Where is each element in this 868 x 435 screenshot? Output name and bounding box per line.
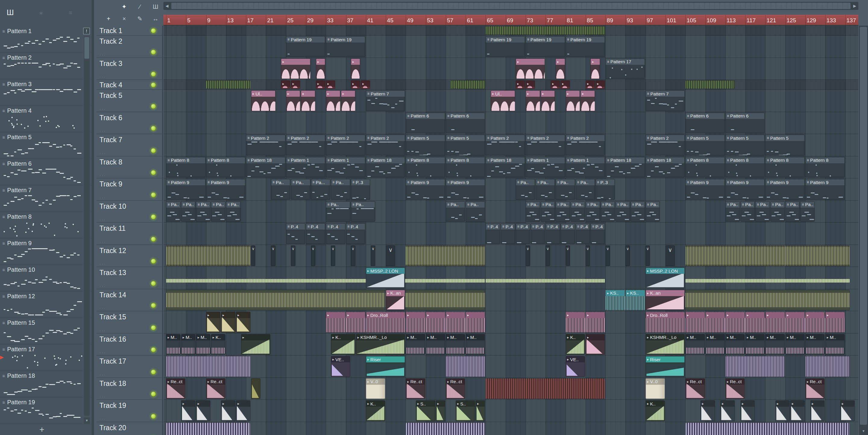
clip-pattern-8[interactable]: ≡Pattern 8 xyxy=(725,157,765,178)
clip-wavepink[interactable]: ▸ xyxy=(586,312,605,333)
clip-k-[interactable]: ▸K.. xyxy=(211,334,225,355)
add-icon[interactable]: + xyxy=(104,14,113,24)
clip-ve-[interactable]: ▸VE.. xyxy=(331,356,350,377)
scroll-down-button[interactable]: ▾ xyxy=(859,429,868,433)
clip-pattern-8[interactable]: ≡Pattern 8 xyxy=(446,157,485,178)
clip-chevron[interactable]: ∨ xyxy=(586,245,590,266)
clip-ul-[interactable]: ▸Ul.. xyxy=(491,90,515,111)
track-header-12[interactable]: Track 12··· xyxy=(96,245,162,267)
scroll-left-button[interactable]: ◀ xyxy=(163,2,170,10)
track-header-5[interactable]: Track 5··· xyxy=(96,90,162,112)
track-header-18[interactable]: Track 18··· xyxy=(96,378,162,400)
clip-pattern-1[interactable]: ≡Pattern 1 xyxy=(526,157,565,178)
clip-waveolivemid[interactable] xyxy=(685,290,849,310)
clip-waveolive[interactable] xyxy=(166,245,250,266)
clip-tinymaroon[interactable]: ▸ xyxy=(291,80,300,89)
clip-kickpink[interactable]: ▸ xyxy=(351,59,360,79)
clip-pattern-5[interactable]: ≡Pattern 5 xyxy=(765,135,805,156)
track-resize-grip[interactable]: ··· xyxy=(99,394,106,399)
clip-stripespurple[interactable] xyxy=(725,356,785,377)
clip-stripeslav[interactable] xyxy=(166,423,250,435)
track-header-4[interactable]: Track 4 xyxy=(96,80,162,90)
clip-kickpink[interactable]: ▸ xyxy=(316,59,325,79)
track-resize-grip[interactable]: ··· xyxy=(99,328,106,333)
track-resize-grip[interactable]: ··· xyxy=(99,52,106,57)
draw-icon[interactable]: ✎ xyxy=(135,14,145,24)
horizontal-scrollbar[interactable]: ◀ ▶ xyxy=(163,2,858,10)
clip-k-[interactable]: ▸K.. xyxy=(646,400,665,421)
clip-crashfade[interactable]: ▸ xyxy=(206,312,221,333)
clip-tinymaroon[interactable]: ▸ xyxy=(316,80,325,89)
clip-p-4[interactable]: ≡P..4 xyxy=(590,223,605,244)
clip-pattern-18[interactable]: ≡Pattern 18 xyxy=(486,157,525,178)
clip-pattern-6[interactable]: ≡Pattern 6 xyxy=(446,113,485,133)
clip-waveolivemid[interactable] xyxy=(406,290,485,310)
clip-impact[interactable]: ▸ xyxy=(775,400,790,421)
clip-thinwave[interactable] xyxy=(486,279,605,282)
clip-pattern-2[interactable]: ≡Pattern 2 xyxy=(326,135,365,156)
scrollbar-thumb[interactable] xyxy=(84,37,89,59)
clip-chevronbig[interactable]: ∨ xyxy=(386,245,395,266)
track-header-8[interactable]: Track 8··· xyxy=(96,156,162,179)
clip-pattern-8[interactable]: ≡Pattern 8 xyxy=(166,157,206,178)
clip-s-[interactable]: ▸S.. xyxy=(416,400,435,421)
clip-v-0[interactable]: ▸V..0 xyxy=(366,378,385,399)
clip-chevronbig[interactable]: ∨ xyxy=(665,245,675,266)
clip-p-4[interactable]: ≡P..4 xyxy=(486,223,500,244)
stretch-icon[interactable]: ↔ xyxy=(151,14,160,24)
clip-pattern-6[interactable]: ≡Pattern 6 xyxy=(685,113,725,133)
clip-chevron[interactable]: ∨ xyxy=(566,245,570,266)
clip-swellgreen[interactable]: ▸ xyxy=(241,334,270,355)
mute-led[interactable] xyxy=(151,325,156,331)
clip-wavepink[interactable]: ▸ xyxy=(326,312,345,333)
clip-pa-[interactable]: ≡Pa.. xyxy=(755,201,770,222)
mute-led[interactable] xyxy=(151,413,156,419)
pattern-item-4[interactable]: ≡Pattern 4 xyxy=(0,106,92,133)
clip-pattern-18[interactable]: ≡Pattern 18 xyxy=(246,157,285,178)
clip-chevron[interactable]: ∨ xyxy=(625,245,630,266)
clip-waveolivemid[interactable] xyxy=(166,290,385,310)
mute-led[interactable] xyxy=(151,369,156,375)
clip-s-[interactable]: ▸S.. xyxy=(456,400,475,421)
clip-pattern-9[interactable]: ≡Pattern 9 xyxy=(805,179,845,200)
scroll-down-button[interactable]: ▾ xyxy=(84,417,90,424)
track-header-16[interactable]: Track 16··· xyxy=(96,333,162,356)
clip-wavepink[interactable]: ▸ xyxy=(785,312,805,333)
clip-re-ct[interactable]: ▸Re..ct xyxy=(446,378,465,399)
clip-chevron[interactable]: ∨ xyxy=(371,245,375,266)
clip-p-4[interactable]: ≡P..4 xyxy=(576,223,590,244)
clip-pa-[interactable]: ≡Pa.. xyxy=(466,201,485,222)
clip-pattern-9[interactable]: ≡Pattern 9 xyxy=(166,179,206,200)
clip-thinwave[interactable] xyxy=(685,279,849,282)
clip-p-4[interactable]: ≡P..4 xyxy=(546,223,560,244)
clip-pattern-2[interactable]: ≡Pattern 2 xyxy=(566,135,605,156)
clip-impact[interactable]: ▸ xyxy=(741,400,755,421)
clip-kickpink[interactable]: ▸ xyxy=(590,59,600,79)
pattern-item-13[interactable]: ≡Pattern 17 xyxy=(0,345,92,371)
snap-icon[interactable]: ✦ xyxy=(119,2,129,11)
track-resize-grip[interactable]: ··· xyxy=(99,173,106,178)
clip-k-an[interactable]: ▸K..an xyxy=(646,290,685,310)
clip-kickpink[interactable]: ▸ xyxy=(341,90,355,111)
clip-stripesgreen[interactable] xyxy=(451,80,485,89)
clip-pa-[interactable]: ≡Pa.. xyxy=(785,201,800,222)
clip-pa-[interactable]: ≡Pa.. xyxy=(741,201,755,222)
clip-impactgreen[interactable]: ▸ xyxy=(436,400,445,421)
track-header-2[interactable]: Track 2··· xyxy=(96,36,162,58)
clip-stripespurple[interactable] xyxy=(446,356,485,377)
track-header-13[interactable]: Track 13··· xyxy=(96,267,162,289)
clip-riser[interactable]: ▸Riser xyxy=(366,356,405,377)
clip-k-[interactable]: ▸K.. xyxy=(566,334,585,355)
pattern-item-2[interactable]: ≡Pattern 2 xyxy=(0,53,92,79)
clip-fadepink[interactable]: ▸ xyxy=(586,334,605,355)
clip-re-ct[interactable]: ▸Re..ct xyxy=(206,378,225,399)
mute-led[interactable] xyxy=(151,281,156,286)
mute-led[interactable] xyxy=(151,259,156,264)
clip-fadeolive[interactable] xyxy=(251,378,260,399)
clip-dro-roll[interactable]: ▸Dro..Roll xyxy=(366,312,405,333)
mute-led[interactable] xyxy=(151,170,156,175)
clip-tinymaroon[interactable]: ▸ xyxy=(551,80,560,89)
picker-panel-icon[interactable]: Ш xyxy=(7,8,14,17)
pattern-item-15[interactable]: ≡Pattern 19 xyxy=(0,398,92,424)
clip-stripeslav[interactable] xyxy=(406,423,485,435)
